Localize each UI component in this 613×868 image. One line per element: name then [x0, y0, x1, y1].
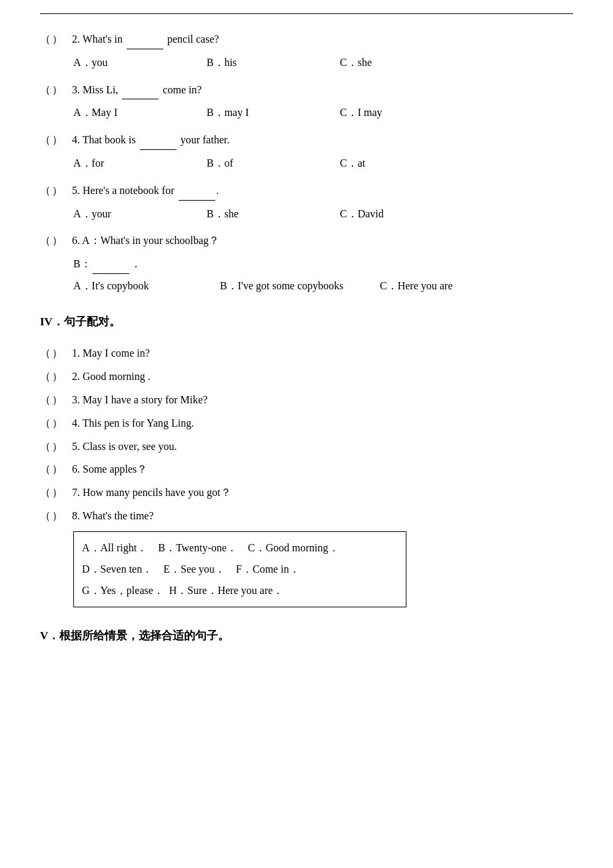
options-row-2: A．you B．his C．she — [73, 53, 573, 73]
options-row-6: A．It's copybook B．I've got some copybook… — [73, 277, 573, 296]
bracket-right-6: ） — [52, 231, 67, 251]
question-text-5: 5. Here's a notebook for . — [72, 181, 573, 201]
match-item-3: （ ） 3. May I have a story for Mike? — [40, 391, 573, 410]
section-v-header: V．根据所给情景，选择合适的句子。 — [40, 626, 573, 647]
bracket-right-3: ） — [52, 81, 67, 100]
option-3b: B．may I — [207, 103, 340, 123]
question-row-2: （ ） 2. What's in pencil case? — [40, 30, 573, 49]
match-item-5: （ ） 5. Class is over, see you. — [40, 437, 573, 457]
question-text-6: 6. A：What's in your schoolbag？ — [72, 231, 573, 251]
option-2c: C．she — [340, 53, 473, 73]
match-item-8: （ ） 8. What's the time? — [40, 507, 573, 526]
question-row-4: （ ） 4. That book is your father. — [40, 131, 573, 150]
question-row-5: （ ） 5. Here's a notebook for . — [40, 181, 573, 201]
bracket-left-m2: （ — [40, 367, 51, 387]
bracket-right-m7: ） — [52, 483, 67, 503]
match-text-1: 1. May I come in? — [72, 344, 573, 363]
bracket-left-6: （ — [40, 231, 51, 251]
match-item-7: （ ） 7. How many pencils have you got？ — [40, 483, 573, 503]
match-text-8: 8. What's the time? — [72, 507, 573, 526]
options-row-3: A．May I B．may I C．I may — [73, 103, 573, 123]
bracket-right-m8: ） — [52, 507, 67, 526]
top-border — [40, 13, 573, 14]
option-6c: C．Here you are — [380, 277, 513, 296]
blank-6b — [93, 273, 129, 274]
bracket-right-m3: ） — [52, 391, 67, 410]
option-3c: C．I may — [340, 103, 473, 123]
option-4a: A．for — [73, 154, 207, 173]
match-text-6: 6. Some apples？ — [72, 460, 573, 479]
blank-5 — [179, 200, 215, 201]
option-6a: A．It's copybook — [73, 277, 220, 296]
match-item-4: （ ） 4. This pen is for Yang Ling. — [40, 414, 573, 433]
match-text-4: 4. This pen is for Yang Ling. — [72, 414, 573, 433]
blank-3 — [122, 99, 159, 99]
bracket-right-2: ） — [52, 30, 67, 49]
bracket-left-m3: （ — [40, 391, 51, 410]
question-text-2: 2. What's in pencil case? — [72, 30, 573, 49]
option-5b: B．she — [207, 205, 340, 224]
section-iv: IV．句子配对。 （ ） 1. May I come in? （ ） 2. Go… — [40, 312, 573, 607]
bracket-left-m1: （ — [40, 344, 51, 363]
section-iv-header: IV．句子配对。 — [40, 312, 573, 333]
match-text-3: 3. May I have a story for Mike? — [72, 391, 573, 410]
bracket-left-m8: （ — [40, 507, 51, 526]
match-text-7: 7. How many pencils have you got？ — [72, 483, 573, 503]
option-5c: C．David — [340, 205, 473, 224]
bracket-left-m4: （ — [40, 414, 51, 433]
bracket-left-5: （ — [40, 181, 51, 201]
options-row-5: A．your B．she C．David — [73, 205, 573, 224]
option-3a: A．May I — [73, 103, 207, 123]
option-2b: B．his — [207, 53, 340, 73]
answer-row-2: D．Seven ten． E．See you． F．Come in． — [82, 559, 398, 580]
match-text-2: 2. Good morning . — [72, 367, 573, 387]
bracket-left-4: （ — [40, 131, 51, 150]
blank-4 — [140, 149, 177, 150]
option-5a: A．your — [73, 205, 207, 224]
match-item-6: （ ） 6. Some apples？ — [40, 460, 573, 479]
options-row-4: A．for B．of C．at — [73, 154, 573, 173]
bracket-right-m4: ） — [52, 414, 67, 433]
bracket-right-m1: ） — [52, 344, 67, 363]
bracket-right-m2: ） — [52, 367, 67, 387]
answer-row-3: G．Yes，please． H．Sure．Here you are． — [82, 580, 398, 601]
bracket-left-3: （ — [40, 81, 51, 100]
section-v: V．根据所给情景，选择合适的句子。 — [40, 626, 573, 647]
bracket-right-m5: ） — [52, 437, 67, 457]
section-iii: （ ） 2. What's in pencil case? A．you B．hi… — [40, 30, 573, 296]
match-text-5: 5. Class is over, see you. — [72, 437, 573, 457]
bracket-left-m6: （ — [40, 460, 51, 479]
bracket-left-m7: （ — [40, 483, 51, 503]
option-4c: C．at — [340, 154, 473, 173]
bracket-left-m5: （ — [40, 437, 51, 457]
blank-2 — [127, 49, 163, 49]
answer-row-1: A．All right． B．Twenty-one． C．Good mornin… — [82, 537, 398, 559]
bracket-right-5: ） — [52, 181, 67, 201]
match-item-1: （ ） 1. May I come in? — [40, 344, 573, 363]
question-row-3: （ ） 3. Miss Li, come in? — [40, 81, 573, 100]
question-row-6: （ ） 6. A：What's in your schoolbag？ — [40, 231, 573, 251]
question-text-4: 4. That book is your father. — [72, 131, 573, 150]
option-2a: A．you — [73, 53, 207, 73]
match-item-2: （ ） 2. Good morning . — [40, 367, 573, 387]
question-text-3: 3. Miss Li, come in? — [72, 81, 573, 100]
option-6b: B．I've got some copybooks — [220, 277, 380, 296]
bracket-right-m6: ） — [52, 460, 67, 479]
q6-sub-b: B：． — [73, 255, 573, 274]
match-answer-box: A．All right． B．Twenty-one． C．Good mornin… — [73, 531, 406, 607]
bracket-left-2: （ — [40, 30, 51, 49]
option-4b: B．of — [207, 154, 340, 173]
bracket-right-4: ） — [52, 131, 67, 150]
